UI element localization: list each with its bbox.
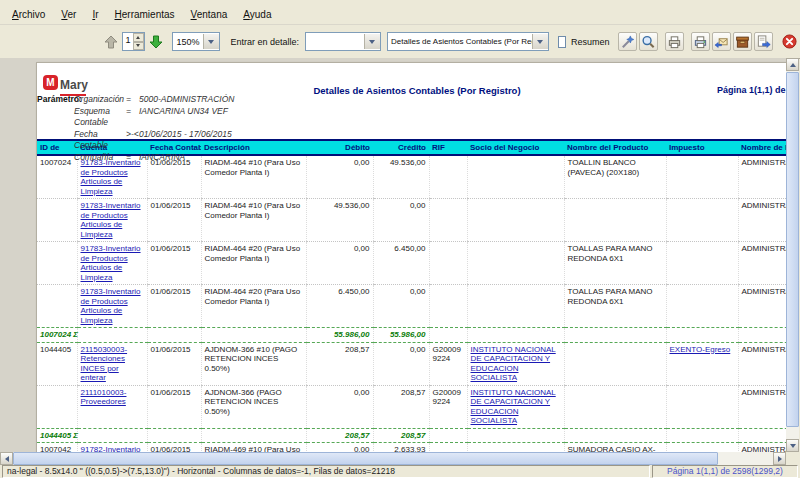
wand-icon (620, 34, 635, 50)
menu-ventana[interactable]: Ventana (183, 7, 236, 22)
page-number-value: 1 (123, 33, 133, 50)
column-header-rif[interactable]: RIF (429, 140, 467, 155)
summary-row: 1044405 Σ208,57208,57 (37, 428, 786, 443)
close-button[interactable] (780, 32, 799, 51)
param-name: Compañía (74, 152, 126, 164)
spin-up-button[interactable] (133, 33, 144, 42)
param-value: 5000-ADMINISTRACIÓN (139, 94, 234, 106)
chevron-down-icon[interactable] (364, 34, 380, 49)
scroll-down-button[interactable] (786, 439, 799, 452)
export-document-icon (756, 34, 771, 50)
param-value: IANCARINA (139, 152, 185, 164)
up-arrow-icon (103, 34, 119, 50)
param-op: = (126, 152, 139, 164)
cuenta-link[interactable]: 91783-Inventario de Productos Articulos … (81, 287, 141, 325)
spin-down-button[interactable] (133, 42, 144, 51)
report-viewer-window: ArchivoVerIrHerramientasVentanaAyuda 1 1… (0, 0, 800, 478)
printer-icon (667, 34, 682, 50)
param-name: Esquema Contable (74, 106, 126, 129)
next-page-button[interactable] (148, 32, 164, 51)
menu-ver[interactable]: Ver (53, 7, 84, 22)
find-button[interactable] (639, 32, 658, 51)
statusbar: na-legal - 8.5x14.0 " ((0.5,0.5)->(7.5,1… (0, 465, 800, 478)
status-page-format: na-legal - 8.5x14.0 " ((0.5,0.5)->(7.5,1… (2, 465, 650, 478)
status-page-info: Página 1(1,1) de 2598(1299,2) (652, 465, 798, 478)
column-header-org[interactable]: Nombre de la (738, 140, 786, 155)
archive-button[interactable] (733, 32, 752, 51)
summary-checkbox-label: Resumen (571, 37, 610, 47)
cuenta-link[interactable]: 2111010003-Proveedores (81, 388, 127, 407)
report-table: ID deCuentaFecha ContableDescripciónDébi… (37, 139, 786, 452)
table-row: 91783-Inventario de Productos Articulos … (37, 285, 786, 328)
column-header-id[interactable]: ID de (37, 140, 77, 155)
zoom-select[interactable]: 150% (172, 32, 219, 51)
vertical-scrollbar[interactable] (786, 58, 799, 452)
table-row: 91783-Inventario de Productos Articulos … (37, 242, 786, 285)
param-op: = (126, 106, 139, 129)
column-header-producto[interactable]: Nombre del Producto (564, 140, 666, 155)
cuenta-link[interactable]: 91783-Inventario de Productos Articulos … (81, 201, 141, 239)
chevron-down-icon[interactable] (203, 34, 219, 49)
param-name: Fecha Contable (74, 129, 126, 152)
close-icon (782, 33, 797, 50)
page-number-spinner[interactable]: 1 (122, 32, 145, 51)
socio-link[interactable]: INSTITUTO NACIONAL DE CAPACITACION Y EDU… (471, 345, 556, 383)
scroll-right-button[interactable] (773, 452, 786, 465)
chevron-down-icon[interactable] (532, 34, 548, 49)
menu-ayuda[interactable]: Ayuda (235, 7, 279, 22)
spinner-arrows[interactable] (133, 33, 144, 50)
param-row: Compañía=IANCARINA (74, 152, 234, 164)
table-row: 91783-Inventario de Productos Articulos … (37, 199, 786, 242)
summary-checkbox[interactable] (558, 36, 566, 48)
horizontal-scroll-thumb[interactable] (13, 452, 718, 465)
cuenta-link[interactable]: 91782-Inventario de Productos Articulos … (81, 445, 141, 452)
summary-row: 1007024 Σ55.986,0055.986,00 (37, 328, 786, 343)
menu-herramientas[interactable]: Herramientas (107, 7, 183, 22)
report-select[interactable]: Detalles de Asientos Contables (Por Regi… (387, 32, 549, 51)
cuenta-link[interactable]: 2115030003-Retenciones INCES por enterar (81, 345, 128, 383)
cuenta-link[interactable]: 91783-Inventario de Productos Articulos … (81, 158, 141, 196)
report-page: M Mary Detalles de Asientos Contables (P… (36, 62, 786, 452)
impuesto-link[interactable]: EXENTO-Egreso (670, 345, 731, 354)
drill-label: Entrar en detalle: (230, 37, 299, 47)
export-button[interactable] (754, 32, 773, 51)
param-value: IANCARINA UN34 VEF (139, 106, 228, 129)
horizontal-scrollbar[interactable] (0, 452, 786, 465)
column-header-socio[interactable]: Socio del Negocio (467, 140, 564, 155)
param-name: Organización (74, 94, 126, 106)
report-params: Organización=5000-ADMINISTRACIÓNEsquema … (74, 94, 234, 163)
send-mail-button[interactable] (712, 32, 731, 51)
report-table-body: 100702491783-Inventario de Productos Art… (37, 155, 786, 452)
table-row: 100704291782-Inventario de Productos Art… (37, 443, 786, 453)
vertical-scroll-thumb[interactable] (786, 72, 799, 427)
param-op: >-< (126, 129, 139, 152)
previous-page-button[interactable] (103, 32, 119, 51)
report-select-value: Detalles de Asientos Contables (Por Regi… (388, 37, 532, 46)
zoom-value: 150% (173, 37, 202, 47)
socio-link[interactable]: INSTITUTO NACIONAL DE CAPACITACION Y EDU… (471, 388, 556, 426)
scroll-left-button[interactable] (0, 452, 13, 465)
param-op: = (126, 94, 139, 106)
menubar: ArchivoVerIrHerramientasVentanaAyuda (4, 5, 796, 23)
customize-report-button[interactable] (618, 32, 637, 51)
param-row: Fecha Contable>-<01/06/2015 - 17/06/2015 (74, 129, 234, 152)
toolbar: 1 150% Entrar en detalle: Detalles de As… (0, 24, 800, 59)
param-row: Organización=5000-ADMINISTRACIÓN (74, 94, 234, 106)
column-header-debito[interactable]: Débito (306, 140, 373, 155)
drill-select[interactable] (305, 32, 381, 51)
report-header: M Mary Detalles de Asientos Contables (P… (37, 63, 786, 139)
print-button[interactable] (691, 32, 710, 51)
archive-box-icon (735, 34, 750, 50)
report-view-area: M Mary Detalles de Asientos Contables (P… (0, 58, 786, 452)
table-row: 10444052115030003-Retenciones INCES por … (37, 342, 786, 385)
menu-ir[interactable]: Ir (84, 7, 106, 22)
param-value: 01/06/2015 - 17/06/2015 (139, 129, 232, 152)
menu-archivo[interactable]: Archivo (4, 7, 53, 22)
column-header-credito[interactable]: Crédito (373, 140, 429, 155)
cuenta-link[interactable]: 91783-Inventario de Productos Articulos … (81, 244, 141, 282)
column-header-impuesto[interactable]: Impuesto (666, 140, 738, 155)
report-page-number: Página 1(1,1) de 2 (717, 85, 786, 95)
scroll-up-button[interactable] (786, 58, 799, 71)
print-preview-button[interactable] (665, 32, 684, 51)
magnifier-icon (641, 34, 656, 50)
